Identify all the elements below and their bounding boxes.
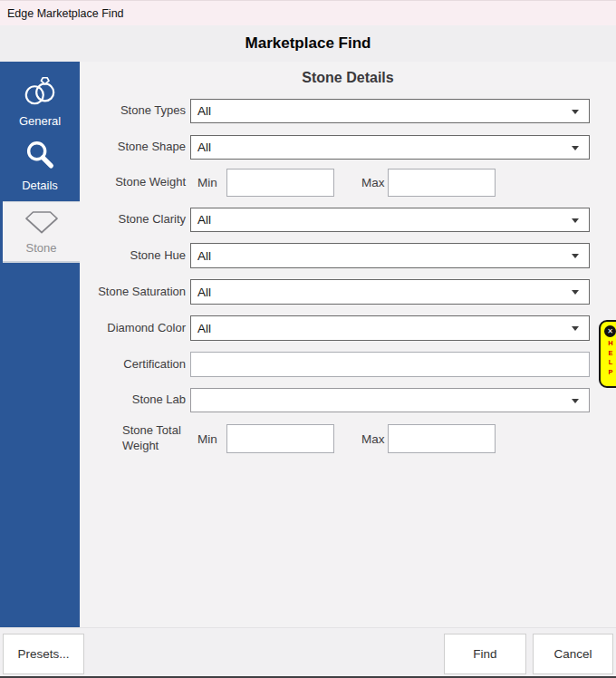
chevron-down-icon [572,290,579,295]
presets-button[interactable]: Presets... [3,634,84,674]
sidebar-item-stone-active[interactable]: Stone [3,201,80,263]
sidebar: General Details Stone [0,62,80,627]
stone-hue-select[interactable]: All [190,243,590,268]
stone-types-select[interactable]: All [190,99,590,123]
chevron-down-icon [572,399,579,403]
chevron-down-icon [572,218,579,223]
search-icon [23,138,57,176]
certification-input[interactable] [190,352,590,377]
diamond-icon [24,209,60,238]
close-icon[interactable]: ✕ [604,325,616,337]
section-title: Stone Details [80,70,616,86]
stone-types-label: Stone Types [120,103,186,119]
sidebar-item-label: General [19,114,61,128]
find-button[interactable]: Find [444,634,526,674]
row-stone-hue: Stone Hue All [80,243,616,268]
stone-total-weight-max-input[interactable] [388,424,496,453]
max-label: Max [361,169,385,197]
row-stone-clarity: Stone Clarity All [80,208,616,232]
chevron-down-icon [572,110,579,114]
stone-clarity-select[interactable]: All [190,208,590,232]
min-label: Min [197,424,217,453]
footer: Presets... Find Cancel [0,627,616,678]
page-title: Marketplace Find [0,25,616,62]
diamond-color-select[interactable]: All [190,315,590,341]
max-label: Max [361,424,385,453]
row-stone-shape: Stone Shape All [80,135,616,160]
help-tab[interactable]: ✕ H E L P [599,320,616,388]
stone-weight-max-input[interactable] [388,169,496,197]
diamond-color-label: Diamond Color [107,321,186,336]
stone-hue-label: Stone Hue [130,248,186,264]
certification-label: Certification [123,357,186,373]
chevron-down-icon [572,146,579,150]
stone-saturation-select[interactable]: All [190,279,590,305]
stone-shape-label: Stone Shape [118,140,186,155]
stone-details-panel: Stone Details Stone Types All Stone Shap… [80,62,616,627]
stone-total-weight-min-input[interactable] [226,424,334,453]
sidebar-item-label: Stone [26,241,57,255]
stone-weight-label: Stone Weight [115,175,186,190]
titlebar: Edge Marketplace Find [0,0,616,25]
sidebar-item-general[interactable]: General [0,69,80,132]
stone-lab-label: Stone Lab [132,392,186,408]
row-stone-saturation: Stone Saturation All [80,279,616,305]
cancel-button[interactable]: Cancel [533,634,613,674]
min-label: Min [197,169,217,197]
row-stone-lab: Stone Lab [80,388,616,412]
rings-icon [21,73,59,111]
row-stone-total-weight: Stone Total Weight Min Max [80,424,616,453]
stone-total-weight-label: Stone Total Weight [122,423,186,454]
row-diamond-color: Diamond Color All [80,315,616,341]
header: Marketplace Find [0,25,616,62]
row-stone-types: Stone Types All [80,99,616,123]
row-stone-weight: Stone Weight Min Max [80,169,616,197]
sidebar-item-details[interactable]: Details [0,132,80,198]
sidebar-item-label: Details [22,179,58,192]
chevron-down-icon [572,326,579,331]
stone-clarity-label: Stone Clarity [119,212,186,228]
stone-weight-min-input[interactable] [226,169,334,197]
help-tab-label: H E L P [605,339,616,377]
marketplace-find-dialog: Edge Marketplace Find Marketplace Find G… [0,0,616,678]
stone-saturation-label: Stone Saturation [98,285,186,300]
stone-lab-select[interactable] [190,388,590,412]
chevron-down-icon [572,254,579,258]
stone-shape-select[interactable]: All [190,135,590,160]
window-title: Edge Marketplace Find [7,1,124,26]
row-certification: Certification [80,352,616,377]
